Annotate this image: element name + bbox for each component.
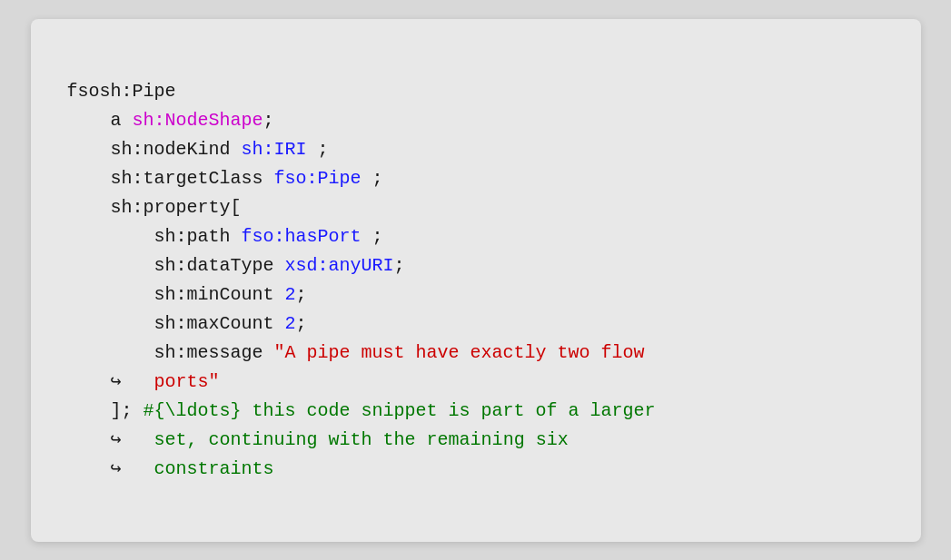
line9: sh:maxCount 2; bbox=[67, 313, 307, 334]
line14: ↪ constraints bbox=[67, 458, 274, 479]
line11: ↪ ports" bbox=[67, 371, 220, 392]
line8: sh:minCount 2; bbox=[67, 284, 307, 305]
line1: fsosh:Pipe bbox=[67, 81, 176, 102]
line6: sh:path fso:hasPort ; bbox=[67, 226, 383, 247]
line10: sh:message "A pipe must have exactly two… bbox=[67, 342, 645, 363]
line12: ]; #{\ldots} this code snippet is part o… bbox=[67, 400, 656, 421]
line7: sh:dataType xsd:anyURI; bbox=[67, 255, 405, 276]
code-container: fsosh:Pipe a sh:NodeShape; sh:nodeKind s… bbox=[31, 19, 921, 542]
line2: a sh:NodeShape; bbox=[67, 110, 274, 131]
code-block: fsosh:Pipe a sh:NodeShape; sh:nodeKind s… bbox=[67, 48, 885, 513]
line4: sh:targetClass fso:Pipe ; bbox=[67, 168, 383, 189]
line5: sh:property[ bbox=[67, 197, 242, 218]
line3: sh:nodeKind sh:IRI ; bbox=[67, 139, 329, 160]
line13: ↪ set, continuing with the remaining six bbox=[67, 429, 569, 450]
